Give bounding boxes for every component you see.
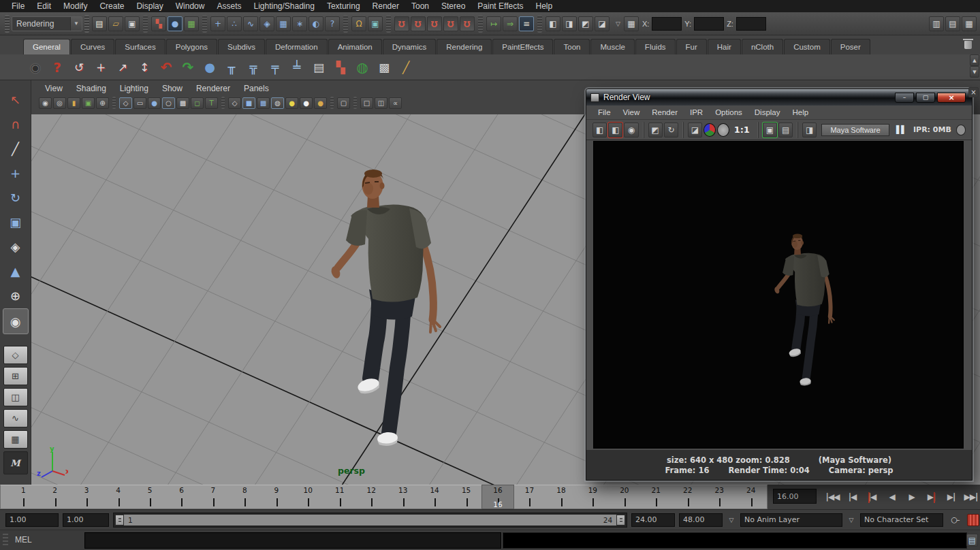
z-coordinate-input[interactable] [736,17,766,31]
current-time-field[interactable] [773,489,817,504]
tab-hair[interactable]: Hair [708,39,741,54]
maximize-icon[interactable]: ▢ [916,93,935,103]
graph-input-output-3-icon[interactable]: ╤ [265,57,285,78]
menubar-edit[interactable]: Edit [31,0,57,12]
menubar-lighting-shading[interactable]: Lighting/Shading [247,0,320,12]
two-d-pan-zoom-icon[interactable]: ⊕ [96,97,109,109]
tab-poser[interactable]: Poser [831,39,870,54]
auto-keyframe-toggle-icon[interactable] [967,514,979,526]
display-rgb-channels-icon[interactable] [704,123,716,137]
select-by-dynamics-icon[interactable]: ∗ [292,16,307,31]
panel-menu-renderer[interactable]: Renderer [189,84,237,93]
rotate-tool-icon[interactable]: ↻ [4,186,27,209]
frame-ruler[interactable]: 1234567891011121314151616171819202122232… [0,485,768,509]
tab-toon[interactable]: Toon [554,39,590,54]
select-by-misc-icon[interactable]: ? [325,16,340,31]
select-tool-icon[interactable]: ↖ [4,88,27,111]
lock-selection-icon[interactable]: Ω [351,16,366,31]
render-view-titlebar[interactable]: Render View –▢× [586,89,972,106]
select-by-input-icon[interactable]: ▽ [616,20,620,27]
field-chart-icon[interactable]: ▩ [176,97,189,109]
single-pane-layout-icon[interactable]: ◇ [3,346,28,364]
select-hierarchy-shelf-icon[interactable]: ▚ [330,57,351,78]
select-by-surfaces-icon[interactable]: ◈ [259,16,274,31]
character-set-dropdown-icon[interactable]: ▽ [847,517,856,523]
timeline-frame-17[interactable]: 17 [513,485,545,508]
timeline-frame-21[interactable]: 21 [640,485,671,508]
render-view-menu-view[interactable]: View [617,108,646,116]
make-object-live-icon[interactable]: Ω [460,16,475,31]
menubar-window[interactable]: Window [170,0,211,12]
set-key-icon[interactable]: ○– [948,514,962,526]
tab-rendering[interactable]: Rendering [437,39,492,54]
tab-polygons[interactable]: Polygons [166,39,217,54]
menubar-assets[interactable]: Assets [210,0,247,12]
minimize-icon[interactable]: – [895,93,914,103]
rendered-image-canvas[interactable] [593,141,964,449]
close-icon[interactable]: × [937,93,966,103]
anim-layer-dropdown-icon[interactable]: ▽ [727,517,736,523]
menubar-file[interactable]: File [5,0,31,12]
remove-image-icon[interactable]: ▤ [778,123,793,138]
quick-rename-icon[interactable]: ▦ [624,16,639,31]
timeline-frame-4[interactable]: 4 [102,485,133,508]
graph-input-output-1-icon[interactable]: ╥ [221,57,242,78]
ipr-render-icon[interactable]: ◩ [648,123,663,138]
default-light-icon[interactable]: ● [300,97,313,109]
menubar-display[interactable]: Display [130,0,169,12]
timeline-frame-2[interactable]: 2 [39,485,70,508]
toggle-channel-box-icon[interactable]: ▥ [929,16,944,31]
tab-muscle[interactable]: Muscle [590,39,634,54]
highlight-selection-mode-icon[interactable]: ▣ [368,16,383,31]
timeline-frame-7[interactable]: 7 [197,485,229,508]
timeline-frame-14[interactable]: 14 [419,485,450,508]
snap-to-points-icon[interactable]: Ω [427,16,442,31]
go-to-playback-end-icon[interactable]: ▶▶| [962,489,979,505]
selected-lights-icon[interactable]: ● [314,97,327,109]
menubar-toon[interactable]: Toon [405,0,435,12]
undo-view-change-icon[interactable]: ↶ [156,57,176,78]
timeline-frame-16[interactable]: 1616 [482,485,513,508]
timeline-frame-20[interactable]: 20 [609,485,640,508]
lasso-select-tool-icon[interactable]: ∩ [4,112,27,135]
render-view-menu-help[interactable]: Help [787,108,815,116]
redo-previous-render-icon[interactable]: ◧ [608,123,622,138]
play-forwards-icon[interactable]: ▶ [903,489,920,505]
chevron-down-icon[interactable]: ▼ [70,17,82,31]
construction-history-toggle-icon[interactable]: ≡ [519,16,534,31]
menubar-texturing[interactable]: Texturing [321,0,366,12]
ipr-render-current-frame-icon[interactable]: ◩ [578,16,593,31]
play-backwards-icon[interactable]: ◀ [883,489,900,505]
statusline-grip[interactable] [5,15,10,33]
tab-fur[interactable]: Fur [676,39,707,54]
timeline-frame-22[interactable]: 22 [672,485,704,508]
playback-range-slider[interactable]: 1 24 [113,513,627,528]
animation-start-field[interactable] [5,513,59,527]
range-start-handle[interactable] [115,515,124,525]
camera-zoom-icon[interactable]: ↕ [134,57,155,78]
tab-surfaces[interactable]: Surfaces [115,39,165,54]
resolution-gate-icon[interactable]: ● [148,97,161,109]
grid-toggle-icon[interactable]: ◇ [119,97,132,109]
select-by-rendering-icon[interactable]: ◐ [309,16,323,31]
render-region-icon[interactable]: ◪ [688,123,702,138]
outliner-window-icon[interactable]: ▤ [309,57,329,78]
timeline-frame-6[interactable]: 6 [165,485,197,508]
step-forward-one-frame-icon[interactable]: ▶| [943,489,960,505]
timeline-frame-9[interactable]: 9 [261,485,292,508]
graph-input-output-2-icon[interactable]: ╦ [243,57,264,78]
persp-outliner-layout-icon[interactable]: ◫ [3,388,28,406]
render-view-menu-render[interactable]: Render [646,108,684,116]
render-view-menu-file[interactable]: File [592,108,617,116]
four-pane-layout-icon[interactable]: ⊞ [3,367,28,385]
select-component-mode-icon[interactable]: ▦ [184,16,199,31]
tab-deformation[interactable]: Deformation [266,39,328,54]
tab-animation[interactable]: Animation [328,39,382,54]
redo-view-change-icon[interactable]: ↷ [178,57,198,78]
persp-graph-layout-icon[interactable]: ∿ [3,409,28,427]
hypershade-persp-layout-icon[interactable]: ▦ [3,430,28,449]
camera-attributes-icon[interactable]: ◎ [53,97,66,109]
menubar-modify[interactable]: Modify [57,0,93,12]
render-current-frame-icon[interactable]: ◨ [562,16,577,31]
all-lights-icon[interactable]: ● [285,97,298,109]
